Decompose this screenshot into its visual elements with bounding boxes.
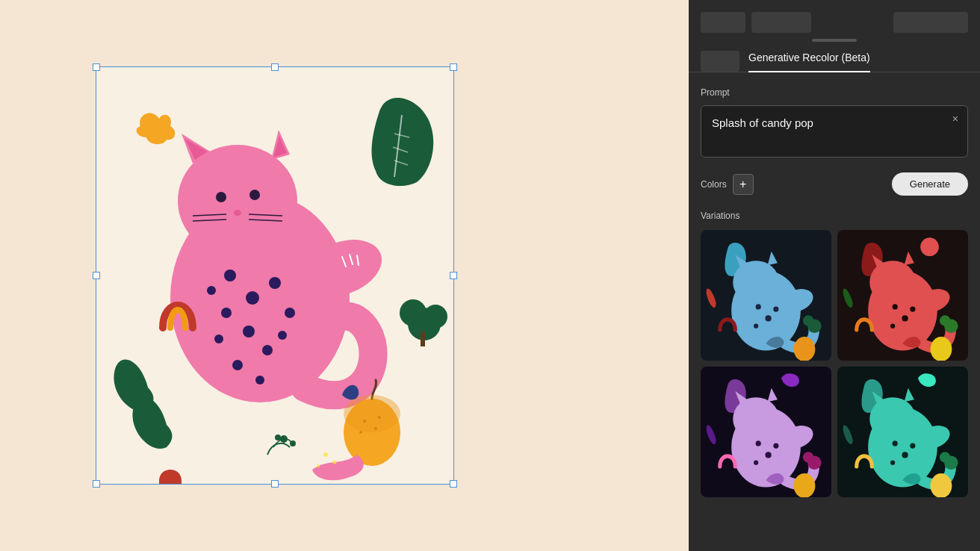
variation-card-2[interactable] [837,230,968,361]
svg-rect-50 [421,331,425,346]
panel-header [689,0,980,33]
svg-point-31 [207,286,216,295]
artwork-container[interactable] [96,66,454,485]
svg-point-57 [765,315,771,321]
svg-point-53 [733,261,779,304]
colors-label: Colors [701,179,727,190]
svg-point-13 [234,210,241,216]
svg-point-98 [890,461,895,465]
svg-point-86 [773,443,778,448]
tab-label[interactable]: Generative Recolor (Beta) [748,52,870,72]
svg-point-37 [275,435,281,441]
panel-tabs: Generative Recolor (Beta) [689,42,980,72]
svg-point-62 [803,315,813,326]
svg-point-19 [347,246,374,267]
panel-tab-placeholder-3[interactable] [893,12,968,33]
svg-point-39 [344,395,400,432]
variations-label: Variations [701,211,968,221]
svg-point-63 [794,337,816,361]
svg-point-11 [216,192,226,202]
svg-point-75 [940,315,950,326]
svg-point-76 [931,337,952,361]
svg-point-24 [243,326,255,337]
tab-back-button[interactable] [701,51,739,72]
svg-point-43 [378,416,381,419]
svg-point-25 [262,345,273,355]
generate-button[interactable]: Generate [892,172,968,196]
prompt-area[interactable]: Splash of candy pop × [701,105,968,158]
svg-point-42 [359,431,362,434]
svg-point-99 [910,443,915,448]
svg-point-22 [221,308,232,318]
canvas-area [0,0,549,551]
svg-point-103 [931,473,952,497]
svg-point-93 [869,397,916,441]
svg-point-29 [232,360,243,370]
svg-point-80 [733,397,779,441]
svg-point-83 [756,441,761,446]
svg-point-35 [280,435,288,443]
svg-point-85 [754,461,758,465]
svg-point-20 [224,270,236,281]
svg-point-72 [910,306,915,311]
svg-point-77 [920,237,939,256]
svg-point-96 [893,441,898,446]
svg-point-27 [285,308,295,318]
svg-point-49 [424,305,447,329]
add-color-button[interactable]: + [733,174,754,195]
svg-point-45 [332,461,336,464]
panel-body: Prompt Splash of candy pop × Colors + Ge… [689,72,980,551]
svg-point-21 [246,291,259,305]
panel-tab-placeholder-2[interactable] [751,12,811,33]
variation-card-1[interactable] [701,230,831,361]
svg-point-28 [278,331,287,340]
artwork-svg [96,66,454,485]
variation-card-4[interactable] [837,367,968,497]
svg-point-56 [756,304,761,309]
svg-point-69 [893,304,898,309]
prompt-text: Splash of candy pop [712,116,813,129]
svg-point-36 [290,441,296,446]
svg-point-40 [363,420,366,423]
panel-tab-placeholder-1[interactable] [701,12,745,33]
panel: Generative Recolor (Beta) Prompt Splash … [689,0,980,551]
svg-point-41 [374,427,377,430]
svg-point-23 [269,277,281,289]
colors-row: Colors + Generate [701,172,968,196]
svg-point-102 [940,452,950,462]
svg-point-30 [255,376,264,385]
variations-grid [701,230,968,497]
svg-point-58 [754,324,758,329]
svg-point-59 [773,306,778,311]
svg-point-90 [794,473,816,497]
svg-point-71 [890,324,895,329]
svg-point-48 [400,299,427,326]
variation-card-3[interactable] [701,367,831,497]
svg-point-97 [902,452,908,458]
svg-point-46 [317,464,320,467]
svg-point-89 [803,452,813,462]
prompt-label: Prompt [701,87,968,98]
svg-point-26 [214,334,223,343]
prompt-clear-button[interactable]: × [952,113,958,124]
svg-point-70 [902,315,908,321]
svg-point-66 [869,261,916,304]
svg-point-44 [323,452,328,457]
svg-point-84 [765,452,771,458]
svg-point-12 [249,190,260,200]
